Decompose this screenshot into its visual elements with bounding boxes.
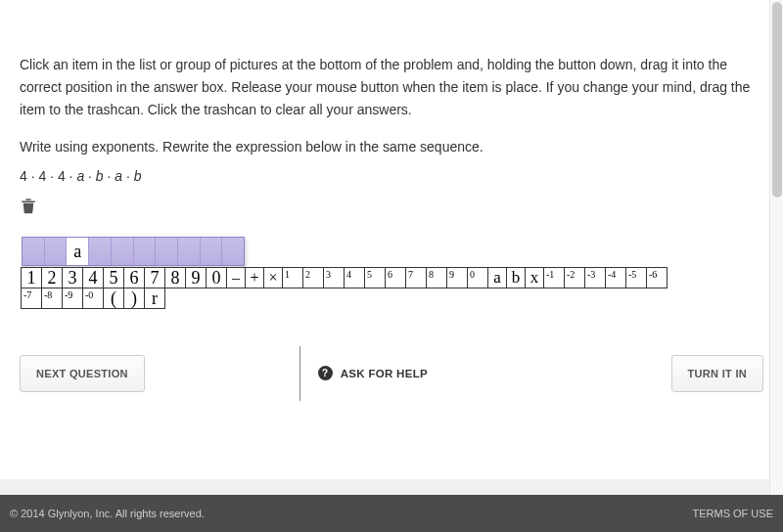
tile-exponent[interactable]: 4 [344, 267, 365, 288]
answer-slot[interactable] [23, 238, 45, 265]
tile-exponent[interactable]: 2 [302, 267, 324, 288]
tile-operator-times[interactable]: × [263, 267, 283, 288]
trash-icon[interactable] [20, 196, 37, 215]
tile-digit[interactable]: 9 [185, 267, 207, 288]
tile-paren-open[interactable]: ( [103, 288, 124, 309]
copyright-text: © 2014 Glynlyon, Inc. All rights reserve… [10, 508, 205, 519]
tile-exponent[interactable]: 3 [323, 267, 345, 288]
tile-digit[interactable]: 0 [206, 267, 227, 288]
next-question-button[interactable]: NEXT QUESTION [20, 355, 145, 392]
tile-exponent[interactable]: 1 [282, 267, 303, 288]
turn-it-in-button[interactable]: TURN IT IN [671, 355, 763, 392]
tile-palette: 1 2 3 4 5 6 7 8 9 0 – + × 1 2 3 4 5 6 7 … [22, 268, 763, 309]
tile-digit[interactable]: 5 [103, 267, 124, 288]
tile-neg-exponent[interactable]: -5 [625, 267, 647, 288]
tile-digit[interactable]: 7 [144, 267, 165, 288]
tile-digit[interactable]: 8 [164, 267, 186, 288]
terms-link[interactable]: TERMS OF USE [692, 508, 773, 519]
tile-operator-plus[interactable]: + [245, 267, 264, 288]
tile-neg-exponent[interactable]: -3 [584, 267, 606, 288]
tile-neg-exponent[interactable]: -7 [21, 288, 42, 309]
tile-neg-exponent[interactable]: -6 [646, 267, 668, 288]
tile-variable[interactable]: x [525, 267, 544, 288]
tile-digit[interactable]: 1 [21, 267, 42, 288]
tile-exponent[interactable]: 5 [364, 267, 386, 288]
tile-neg-exponent[interactable]: -0 [82, 288, 104, 309]
tile-operator-minus[interactable]: – [226, 267, 246, 288]
tile-exponent[interactable]: 8 [426, 267, 447, 288]
svg-rect-0 [26, 205, 27, 212]
tile-digit[interactable]: 6 [123, 267, 145, 288]
tile-exponent[interactable]: 9 [446, 267, 468, 288]
tile-digit[interactable]: 3 [62, 267, 83, 288]
tile-neg-exponent[interactable]: -8 [41, 288, 63, 309]
scrollbar[interactable] [769, 0, 783, 495]
answer-slot[interactable] [201, 238, 223, 265]
tile-variable[interactable]: b [506, 267, 526, 288]
divider [299, 346, 300, 401]
tile-digit[interactable]: 4 [82, 267, 104, 288]
tile-exponent[interactable]: 7 [405, 267, 427, 288]
prompt-text: Write using exponents. Rewrite the expre… [20, 139, 763, 155]
footer: © 2014 Glynlyon, Inc. All rights reserve… [0, 495, 783, 532]
tile-r[interactable]: r [144, 288, 165, 309]
help-label: ASK FOR HELP [341, 368, 428, 379]
expression: 4 · 4 · 4 · a · b · a · b [20, 168, 763, 184]
tile-paren-close[interactable]: ) [123, 288, 145, 309]
scrollbar-thumb[interactable] [772, 2, 782, 198]
answer-slot[interactable] [156, 238, 178, 265]
tile-exponent[interactable]: 6 [385, 267, 406, 288]
help-icon: ? [318, 366, 333, 380]
tile-neg-exponent[interactable]: -4 [605, 267, 626, 288]
tile-digit[interactable]: 2 [41, 267, 63, 288]
tile-neg-exponent[interactable]: -9 [62, 288, 83, 309]
tile-neg-exponent[interactable]: -1 [543, 267, 565, 288]
instructions-text: Click an item in the list or group of pi… [20, 0, 763, 121]
answer-slot[interactable] [134, 238, 157, 265]
answer-slot[interactable] [45, 238, 68, 265]
answer-slot[interactable] [112, 238, 134, 265]
svg-rect-1 [29, 205, 30, 212]
answer-slot[interactable] [178, 238, 201, 265]
answer-slot[interactable] [89, 238, 112, 265]
answer-slot[interactable]: a [67, 238, 89, 265]
tile-exponent[interactable]: 0 [467, 267, 488, 288]
ask-for-help-button[interactable]: ? ASK FOR HELP [318, 366, 428, 380]
tile-neg-exponent[interactable]: -2 [564, 267, 585, 288]
answer-box[interactable]: a [22, 237, 245, 266]
answer-slot[interactable] [222, 238, 244, 265]
tile-variable[interactable]: a [487, 267, 507, 288]
